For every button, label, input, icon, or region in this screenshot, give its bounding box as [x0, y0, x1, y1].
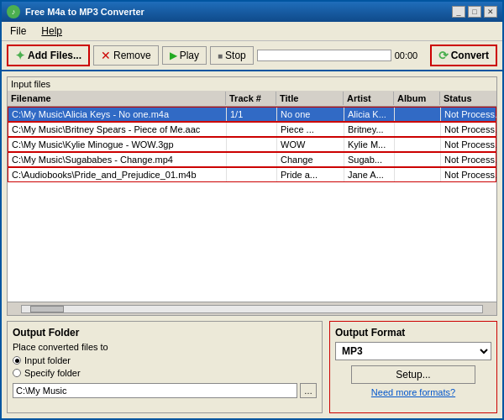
cell-5: Not Processed — [441, 153, 496, 166]
file-table: Filename Track # Title Artist Album Stat… — [8, 91, 496, 302]
cell-2: Pride a... — [277, 168, 344, 181]
cell-1 — [227, 138, 277, 151]
cell-3: Sugab... — [344, 153, 395, 166]
col-filename: Filename — [8, 92, 226, 105]
cell-0: C:\My Music\Sugababes - Change.mp4 — [8, 153, 227, 166]
radio-specify-folder-circle[interactable] — [13, 369, 21, 377]
title-bar-left: ♪ Free M4a to MP3 Converter — [7, 5, 144, 18]
output-folder-panel: Output Folder Place converted files to I… — [7, 321, 323, 413]
cell-3: Jane A... — [344, 168, 395, 181]
folder-browse-button[interactable]: … — [300, 383, 317, 398]
output-format-label: Output Format — [335, 327, 491, 339]
cell-1: 1/1 — [227, 108, 277, 121]
more-formats-link[interactable]: Need more formats? — [335, 387, 491, 397]
menu-bar: File Help — [2, 22, 502, 41]
table-row[interactable]: C:\Audiobooks\Pride_and_Prejudice_01.m4b… — [8, 167, 496, 182]
time-display: 00:00 — [395, 50, 427, 60]
cell-1 — [227, 153, 277, 166]
cell-0: C:\Audiobooks\Pride_and_Prejudice_01.m4b — [8, 168, 227, 181]
output-format-panel: Output Format MP3AACWAVOGGFLAC Setup... … — [329, 321, 497, 413]
cell-3: Alicia K... — [344, 108, 395, 121]
scrollbar-track[interactable] — [21, 305, 483, 313]
radio-input-folder-circle[interactable] — [13, 356, 21, 365]
cell-5: Not Processed — [441, 108, 496, 121]
main-window: ♪ Free M4a to MP3 Converter _ □ ✕ File H… — [0, 0, 504, 420]
convert-label: Convert — [451, 50, 489, 61]
cell-4 — [395, 168, 441, 181]
cell-5: Not Processed — [441, 123, 496, 136]
play-button[interactable]: ▶ Play — [162, 46, 207, 65]
remove-button[interactable]: ✕ Remove — [93, 45, 159, 66]
cell-0: C:\My Music\Alicia Keys - No one.m4a — [8, 108, 227, 121]
folder-input-row: … — [13, 383, 317, 398]
title-bar: ♪ Free M4a to MP3 Converter _ □ ✕ — [2, 2, 502, 22]
cell-3: Kylie M... — [344, 138, 395, 151]
remove-icon: ✕ — [101, 49, 111, 62]
stop-label: Stop — [225, 50, 246, 61]
format-select[interactable]: MP3AACWAVOGGFLAC — [335, 342, 491, 360]
toolbar: ✦ Add Files... ✕ Remove ▶ Play ■ Stop 00… — [2, 41, 502, 71]
cell-5: Not Processed — [441, 138, 496, 151]
col-track: Track # — [226, 92, 276, 105]
add-files-label: Add Files... — [28, 50, 81, 61]
cell-4 — [395, 153, 441, 166]
scrollbar-thumb[interactable] — [30, 306, 64, 312]
title-controls: _ □ ✕ — [452, 6, 497, 18]
cell-5: Not Processed — [441, 168, 496, 181]
col-status: Status — [440, 92, 496, 105]
stop-icon: ■ — [218, 51, 223, 60]
maximize-button[interactable]: □ — [468, 6, 481, 18]
col-album: Album — [394, 92, 440, 105]
cell-2: Piece ... — [277, 123, 344, 136]
folder-radio-group: Input folder Specify folder — [13, 355, 317, 378]
play-label: Play — [180, 50, 199, 61]
cell-0: C:\My Music\Kylie Minogue - WOW.3gp — [8, 138, 227, 151]
output-folder-label: Output Folder — [13, 327, 317, 339]
progress-bar — [257, 50, 391, 61]
minimize-button[interactable]: _ — [452, 6, 465, 18]
cell-2: No one — [277, 108, 344, 121]
radio-input-folder-label: Input folder — [24, 355, 71, 365]
col-title: Title — [276, 92, 344, 105]
cell-4 — [395, 123, 441, 136]
table-row[interactable]: C:\My Music\Alicia Keys - No one.m4a1/1N… — [8, 107, 496, 122]
cell-1 — [227, 123, 277, 136]
convert-icon: ⟳ — [438, 49, 449, 62]
close-button[interactable]: ✕ — [484, 6, 497, 18]
cell-3: Britney... — [344, 123, 395, 136]
table-body: C:\My Music\Alicia Keys - No one.m4a1/1N… — [8, 107, 496, 302]
progress-area: 00:00 — [257, 50, 427, 61]
content-area: Input files Filename Track # Title Artis… — [2, 71, 502, 418]
cell-4 — [395, 108, 441, 121]
horizontal-scrollbar[interactable] — [8, 302, 496, 315]
table-row[interactable]: C:\My Music\Kylie Minogue - WOW.3gpWOWKy… — [8, 137, 496, 152]
convert-button[interactable]: ⟳ Convert — [430, 45, 497, 66]
radio-input-folder[interactable]: Input folder — [13, 355, 317, 365]
play-icon: ▶ — [170, 50, 177, 61]
remove-label: Remove — [113, 50, 151, 61]
stop-button[interactable]: ■ Stop — [210, 46, 254, 65]
add-icon: ✦ — [15, 49, 25, 62]
add-files-button[interactable]: ✦ Add Files... — [7, 45, 90, 66]
cell-4 — [395, 138, 441, 151]
radio-specify-folder[interactable]: Specify folder — [13, 368, 317, 378]
window-title: Free M4a to MP3 Converter — [25, 7, 144, 17]
menu-help[interactable]: Help — [38, 24, 66, 39]
app-icon: ♪ — [7, 5, 20, 18]
cell-2: WOW — [277, 138, 344, 151]
input-files-section: Input files Filename Track # Title Artis… — [7, 76, 497, 316]
col-artist: Artist — [344, 92, 394, 105]
table-row[interactable]: C:\My Music\Sugababes - Change.mp4Change… — [8, 152, 496, 167]
cell-0: C:\My Music\Britney Spears - Piece of Me… — [8, 123, 227, 136]
folder-path-input[interactable] — [13, 383, 297, 398]
cell-2: Change — [277, 153, 344, 166]
table-header: Filename Track # Title Artist Album Stat… — [8, 91, 496, 107]
input-files-title: Input files — [8, 77, 496, 91]
format-select-row: MP3AACWAVOGGFLAC — [335, 342, 491, 360]
cell-1 — [227, 168, 277, 181]
menu-file[interactable]: File — [7, 24, 29, 39]
setup-button[interactable]: Setup... — [351, 365, 476, 384]
table-row[interactable]: C:\My Music\Britney Spears - Piece of Me… — [8, 122, 496, 137]
output-folder-sublabel: Place converted files to — [13, 342, 317, 352]
radio-specify-folder-label: Specify folder — [24, 368, 81, 378]
